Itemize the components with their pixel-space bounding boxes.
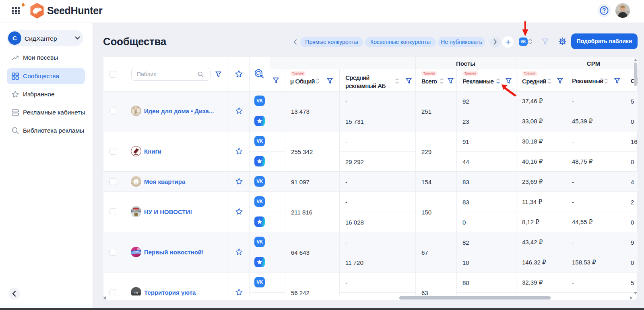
svg-text:НОВОСТНОЙ: НОВОСТНОЙ [131,252,141,254]
svg-text:т|у: т|у [134,291,138,294]
svg-text:НОВОСТИ: НОВОСТИ [132,210,141,212]
